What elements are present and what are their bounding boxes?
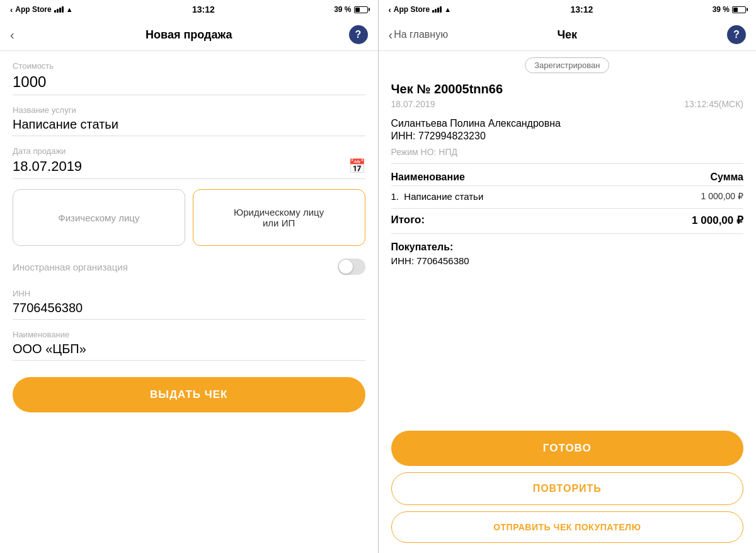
tax-regime: Режим НО: НПД [391, 147, 744, 164]
right-nav-bar: ‹ На главную Чек ? [379, 19, 757, 51]
left-back-button[interactable]: ‹ [10, 28, 14, 41]
receipt-date-row: 18.07.2019 13:12:45(МСК) [391, 99, 744, 109]
chevron-left-icon: ‹ [10, 5, 13, 15]
right-nav-title: Чек [557, 28, 577, 42]
left-content: Стоимость 1000 Название услуги Написание… [0, 51, 378, 553]
seller-name: Силантьева Полина Александровна [391, 118, 744, 129]
left-panel: ‹ App Store ▲ 13:12 39 % ‹ Новая продажа [0, 0, 378, 553]
inn-value[interactable]: 7706456380 [13, 301, 365, 320]
receipt-items-list: 1. Написание статьи 1 000,00 ₽ [391, 191, 744, 209]
buyer-inn-row: ИНН: 7706456380 [391, 255, 744, 266]
help-icon[interactable]: ? [349, 25, 368, 44]
right-signal-bars-icon [432, 6, 442, 13]
done-button[interactable]: ГОТОВО [391, 431, 744, 466]
date-row: 18.07.2019 📅 [13, 158, 365, 179]
foreign-org-toggle[interactable] [338, 259, 365, 275]
org-name-field-group: Наименование ООО «ЦБП» [13, 330, 365, 361]
left-status-left: ‹ App Store ▲ [10, 5, 73, 15]
wifi-icon: ▲ [66, 6, 73, 13]
signal-bars-icon [54, 6, 64, 13]
inn-field-group: ИНН 7706456380 [13, 289, 365, 320]
buyer-individual-button[interactable]: Физическому лицу [13, 189, 185, 246]
service-field-group: Название услуги Написание статьи [13, 105, 365, 136]
left-help-button[interactable]: ? [349, 25, 368, 44]
service-value[interactable]: Написание статьи [13, 117, 365, 136]
send-receipt-button[interactable]: ОТПРАВИТЬ ЧЕК ПОКУПАТЕЛЮ [391, 511, 744, 543]
battery-icon [354, 6, 368, 13]
right-chevron-left-icon: ‹ [389, 5, 391, 15]
left-status-right: 39 % [334, 5, 367, 14]
item-price: 1 000,00 ₽ [701, 191, 743, 202]
service-label: Название услуги [13, 105, 365, 115]
issue-check-button[interactable]: ВЫДАТЬ ЧЕК [13, 377, 365, 412]
right-status-bar: ‹ App Store ▲ 13:12 39 % [379, 0, 757, 19]
cost-value[interactable]: 1000 [13, 73, 365, 95]
right-battery-pct: 39 % [713, 5, 730, 14]
right-help-icon[interactable]: ? [727, 25, 746, 44]
right-status-left: ‹ App Store ▲ [389, 5, 452, 15]
buyer-section-title: Покупатель: [391, 242, 744, 253]
cost-field-group: Стоимость 1000 [13, 61, 365, 95]
right-status-right: 39 % [713, 5, 746, 14]
right-store-label: App Store [394, 5, 430, 14]
seller-inn: ИНН: 772994823230 [391, 131, 744, 142]
registered-badge: Зарегистрирован [525, 57, 609, 73]
left-nav-title: Новая продажа [146, 28, 232, 42]
date-label: Дата продажи [13, 146, 365, 156]
date-field-group: Дата продажи 18.07.2019 📅 [13, 146, 365, 179]
left-status-bar: ‹ App Store ▲ 13:12 39 % [0, 0, 378, 19]
total-label: Итого: [391, 214, 425, 227]
registered-badge-row: Зарегистрирован [391, 57, 744, 73]
receipt-time: 13:12:45(МСК) [684, 99, 743, 109]
inn-label: ИНН [13, 289, 365, 298]
left-nav-bar: ‹ Новая продажа ? [0, 19, 378, 51]
cost-label: Стоимость [13, 61, 365, 71]
foreign-org-toggle-row: Иностранная организация [13, 259, 365, 279]
right-battery-icon [732, 6, 746, 13]
receipt-content: Зарегистрирован Чек № 20005tnn66 18.07.2… [379, 51, 757, 424]
foreign-org-label: Иностранная организация [13, 262, 128, 272]
buyer-legal-button[interactable]: Юридическому лицу или ИП [193, 189, 365, 246]
total-value: 1 000,00 ₽ [692, 214, 743, 227]
org-name-label: Наименование [13, 330, 365, 339]
right-back-button[interactable]: ‹ На главную [389, 28, 449, 41]
total-row: Итого: 1 000,00 ₽ [391, 214, 744, 234]
left-time: 13:12 [192, 4, 215, 15]
check-number: Чек № 20005tnn66 [391, 82, 744, 96]
bottom-buttons: ГОТОВО ПОВТОРИТЬ ОТПРАВИТЬ ЧЕК ПОКУПАТЕЛ… [379, 424, 757, 553]
right-panel: ‹ App Store ▲ 13:12 39 % ‹ На главную [379, 0, 757, 553]
back-chevron-icon: ‹ [10, 28, 14, 41]
right-back-chevron-icon: ‹ [389, 28, 393, 41]
receipt-date: 18.07.2019 [391, 99, 435, 109]
repeat-button[interactable]: ПОВТОРИТЬ [391, 472, 744, 505]
col-sum-header: Сумма [710, 172, 743, 183]
toggle-thumb [339, 260, 353, 274]
left-battery-pct: 39 % [334, 5, 351, 14]
item-name: 1. Написание статьи [391, 191, 701, 202]
org-name-value[interactable]: ООО «ЦБП» [13, 342, 365, 361]
right-time: 13:12 [570, 4, 593, 15]
date-value[interactable]: 18.07.2019 [13, 158, 82, 175]
right-help-button[interactable]: ? [727, 25, 746, 44]
items-header: Наименование Сумма [391, 172, 744, 186]
right-wifi-icon: ▲ [444, 6, 451, 13]
table-row: 1. Написание статьи 1 000,00 ₽ [391, 191, 744, 209]
left-store-label: App Store [15, 5, 51, 14]
col-name-header: Наименование [391, 172, 465, 183]
right-back-label: На главную [394, 29, 448, 40]
buyer-type-row: Физическому лицу Юридическому лицу или И… [13, 189, 365, 246]
calendar-icon[interactable]: 📅 [348, 158, 365, 175]
